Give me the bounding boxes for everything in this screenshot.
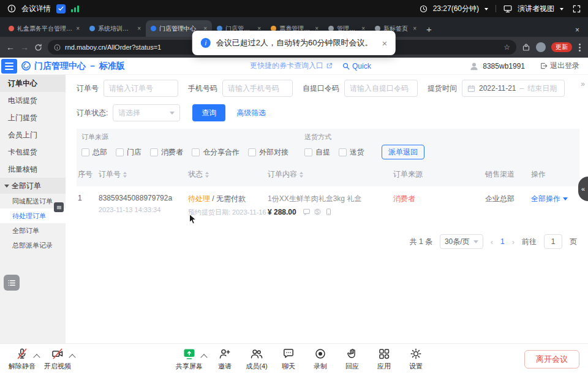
site-info-icon[interactable] bbox=[54, 44, 61, 51]
logout-button[interactable]: 退出登录 bbox=[540, 61, 579, 71]
timer-caret-icon[interactable] bbox=[484, 8, 488, 12]
browser-tab[interactable]: 礼盒票务平台管理中心× bbox=[4, 20, 85, 37]
order-no-input[interactable] bbox=[104, 80, 178, 97]
share-screen-button[interactable]: 共享屏幕 bbox=[173, 348, 205, 371]
toast-close-icon[interactable]: × bbox=[382, 38, 387, 48]
total-count-label: 共 1 条 bbox=[410, 237, 432, 247]
new-tab-button[interactable]: + bbox=[426, 24, 432, 37]
start-video-button[interactable]: 开启视频 bbox=[42, 348, 74, 371]
collapse-filters-icon[interactable]: » bbox=[581, 80, 584, 88]
meeting-timer[interactable]: 23:27(60分钟) bbox=[433, 4, 479, 14]
phone-input[interactable] bbox=[222, 80, 293, 97]
page-size-select[interactable]: 30条/页 bbox=[440, 234, 483, 249]
extensions-puzzle-icon[interactable] bbox=[522, 43, 530, 52]
all-actions-dropdown[interactable]: 全部操作 bbox=[531, 194, 579, 204]
miniapp-icon[interactable] bbox=[314, 208, 322, 216]
browser-menu-icon[interactable] bbox=[578, 44, 582, 52]
forward-icon[interactable]: → bbox=[20, 43, 29, 52]
remark-icon[interactable] bbox=[303, 208, 311, 216]
view-caret-icon[interactable] bbox=[560, 8, 564, 12]
date-range-picker[interactable]: 2022-11-21 – 结束日期 bbox=[462, 80, 565, 97]
tab-close-icon[interactable]: × bbox=[137, 25, 141, 32]
sort-icon[interactable] bbox=[205, 170, 209, 180]
share-screen-icon bbox=[183, 348, 195, 360]
quick-search-link[interactable]: Quick bbox=[342, 62, 371, 71]
sidebar-item-phone-pickup[interactable]: 电话提货 bbox=[0, 92, 66, 109]
sort-icon[interactable] bbox=[300, 170, 303, 180]
advanced-filter-link[interactable]: 高级筛选 bbox=[236, 108, 266, 118]
cell-content: 1份XX生鲜羊肉礼盒3kg 礼盒 ¥ 288.00 bbox=[268, 194, 393, 216]
invite-button[interactable]: 邀请 bbox=[209, 348, 241, 371]
sort-icon[interactable] bbox=[123, 170, 127, 180]
meeting-details-button[interactable]: 会议详情 bbox=[21, 4, 51, 14]
delivery-checkbox-delivery[interactable]: 送货 bbox=[339, 147, 364, 158]
sidebar-item-hq-dispatch-records[interactable]: 总部派单记录 bbox=[0, 238, 66, 253]
reactions-button[interactable]: 回应 bbox=[336, 348, 368, 371]
user-avatar-icon[interactable] bbox=[469, 61, 479, 71]
toast-message: 会议已超过2人，自动转为60分钟限时会议。 bbox=[216, 37, 373, 48]
chat-button[interactable]: 聊天 bbox=[273, 348, 304, 371]
settings-button[interactable]: 设置 bbox=[400, 348, 432, 371]
sidebar-collapse-icon[interactable] bbox=[54, 202, 64, 212]
security-shield-icon[interactable] bbox=[56, 4, 66, 13]
network-signal-icon[interactable] bbox=[71, 5, 79, 12]
browser-tab[interactable]: 系统培训学习× bbox=[85, 20, 146, 37]
invite-person-icon bbox=[219, 348, 231, 360]
pickup-date-note: 预约提货日期: 2023-11-16 bbox=[188, 208, 268, 217]
menu-burger-icon[interactable] bbox=[1, 59, 17, 74]
sidebar-item-door-pickup[interactable]: 上门提货 bbox=[0, 109, 66, 126]
delivery-checkbox-selfpickup[interactable]: 自提 bbox=[304, 147, 330, 158]
username-label: 8385wb1991 bbox=[483, 62, 525, 71]
tab-close-icon[interactable]: × bbox=[76, 25, 80, 32]
sidebar-group-all-orders[interactable]: 全部订单 bbox=[0, 178, 66, 194]
cell-source: 消费者 bbox=[393, 194, 485, 204]
pickup-code-input[interactable] bbox=[344, 80, 418, 97]
members-icon bbox=[250, 348, 263, 360]
goto-page-input[interactable] bbox=[544, 234, 562, 249]
col-content[interactable]: 订单内容 bbox=[268, 169, 393, 180]
fullscreen-icon[interactable] bbox=[573, 5, 581, 13]
sidebar-item-batch-verify[interactable]: 批量核销 bbox=[0, 161, 66, 178]
browser-profile-avatar[interactable] bbox=[536, 42, 546, 52]
chevron-down-icon bbox=[473, 240, 478, 246]
device-icon[interactable] bbox=[325, 208, 333, 216]
gear-icon bbox=[410, 348, 422, 360]
bookmark-star-icon[interactable]: ☆ bbox=[503, 43, 510, 52]
sidebar-item-card-pickup[interactable]: 卡包提货 bbox=[0, 143, 66, 161]
order-status-select[interactable]: 请选择 bbox=[113, 104, 180, 121]
info-icon bbox=[7, 4, 16, 13]
meeting-window: 会议详情 23:27(60分钟) 演讲者视图 礼盒票务平台管理中心× 系统培训学… bbox=[0, 0, 588, 374]
window-close-icon[interactable]: × bbox=[575, 26, 584, 37]
reload-icon[interactable] bbox=[34, 44, 42, 52]
source-checkbox-hq[interactable]: 总部 bbox=[81, 147, 107, 158]
prev-page-button[interactable]: ‹ bbox=[491, 237, 493, 246]
record-button[interactable]: 录制 bbox=[304, 348, 336, 371]
view-mode-button[interactable]: 演讲者视图 bbox=[518, 4, 554, 14]
checkbox-icon bbox=[248, 148, 256, 156]
col-status[interactable]: 状态 bbox=[188, 169, 268, 180]
browser-update-button[interactable]: 更新 bbox=[551, 42, 572, 52]
source-checkbox-warehouse-coop[interactable]: 仓分享合作 bbox=[192, 147, 239, 158]
back-icon[interactable]: ← bbox=[6, 43, 15, 52]
leave-meeting-button[interactable]: 离开会议 bbox=[524, 350, 579, 368]
view-mode-icon bbox=[503, 5, 512, 13]
apps-button[interactable]: 应用 bbox=[368, 348, 400, 371]
current-page[interactable]: 1 bbox=[500, 237, 505, 246]
date-separator: – bbox=[520, 84, 524, 93]
record-icon bbox=[314, 348, 326, 360]
members-button[interactable]: 成员(4) bbox=[241, 348, 273, 371]
search-button[interactable]: 查询 bbox=[192, 104, 225, 121]
floating-menu-icon[interactable] bbox=[4, 275, 20, 291]
tab-close-icon[interactable]: × bbox=[413, 25, 417, 32]
unmute-button[interactable]: 解除静音 bbox=[6, 348, 38, 371]
source-checkbox-consumer[interactable]: 消费者 bbox=[150, 147, 183, 158]
source-checkbox-external[interactable]: 外部对接 bbox=[248, 147, 288, 158]
next-page-button[interactable]: › bbox=[512, 237, 514, 246]
pickup-code-label: 自提口令码 bbox=[303, 83, 339, 94]
source-checkbox-store[interactable]: 门店 bbox=[116, 147, 141, 158]
sidebar-item-all-orders[interactable]: 全部订单 bbox=[0, 223, 66, 238]
col-order-no[interactable]: 订单号 bbox=[99, 169, 188, 180]
dispatch-return-button[interactable]: 派单退回 bbox=[382, 145, 424, 159]
coupon-query-link[interactable]: 更快捷的券卡查询入口 bbox=[250, 61, 333, 71]
sidebar-item-member-visit[interactable]: 会员上门 bbox=[0, 126, 66, 143]
